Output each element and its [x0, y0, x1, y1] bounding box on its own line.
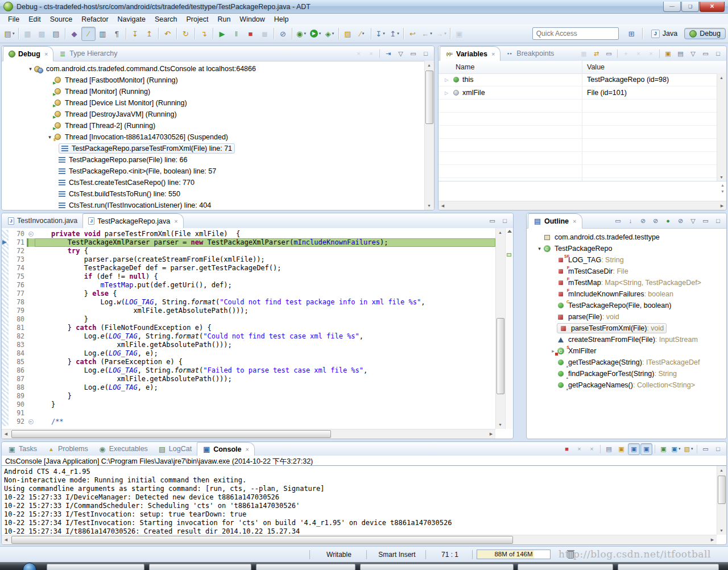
tree-expand-icon[interactable] [46, 134, 53, 140]
new-java-class-icon[interactable]: ◆ [67, 27, 81, 41]
debug-vertical-scrollbar[interactable] [424, 61, 434, 210]
code-line[interactable]: 86 Log.e(LOG_TAG, String.format("Failed … [2, 366, 495, 375]
fold-column[interactable] [27, 366, 35, 375]
open-console-icon[interactable]: ▧ [682, 443, 694, 455]
next-annotation-icon[interactable]: ↧ [128, 27, 142, 41]
code-line[interactable]: 81 } catch (FileNotFoundException e) { [2, 324, 495, 332]
hide-fields-icon[interactable]: ⊘ [637, 215, 649, 227]
tab-type-hierarchy[interactable]: Type Hierarchy [53, 46, 122, 61]
debug-as-icon[interactable]: ◉ [294, 27, 308, 41]
close-window-button[interactable] [700, 2, 725, 12]
maximize-icon[interactable]: □ [420, 48, 432, 60]
code-text[interactable]: if (def != null) { [35, 272, 495, 281]
tree-row[interactable]: Thread [DestroyJavaVM] (Running) [2, 109, 424, 120]
scroll-lock-icon[interactable]: ▣ [615, 443, 627, 455]
fold-column[interactable] [27, 264, 35, 272]
fold-column[interactable] [27, 298, 35, 307]
print-icon[interactable]: ▤ [49, 27, 63, 41]
code-editor[interactable]: 70 private void parseTestFromXml(File xm… [2, 228, 495, 429]
minimize-icon[interactable]: ▭ [700, 48, 712, 60]
detail-pane-icon[interactable]: ▣ [662, 48, 674, 60]
code-line[interactable]: 74 TestPackageDef def = parser.getTestPa… [2, 264, 495, 272]
occurrence-marker[interactable] [507, 253, 511, 257]
taskbar-button[interactable] [47, 564, 144, 570]
remove-all-launches-icon[interactable]: × [586, 443, 598, 455]
minimize-icon[interactable]: ▭ [700, 215, 712, 227]
collapse-all-icon[interactable]: ▭ [612, 215, 624, 227]
remove-launch-icon[interactable]: × [573, 443, 585, 455]
column-name[interactable]: Name [439, 61, 582, 73]
garbage-collect-icon[interactable] [568, 551, 574, 559]
code-line[interactable]: 72 try { [2, 247, 495, 255]
scroll-left-icon[interactable] [439, 201, 447, 210]
fold-icon[interactable] [28, 232, 34, 237]
clear-console-icon[interactable]: ▤ [603, 443, 615, 455]
fold-column[interactable] [27, 247, 35, 255]
tab-testpackagerepo-java[interactable]: TestPackageRepo.java [82, 213, 183, 229]
outline-row[interactable]: createStreamFromFile(File) : InputStream [527, 334, 726, 345]
tab-tasks[interactable]: Tasks [3, 442, 42, 456]
show-logical-structures-icon[interactable]: ⇄ [590, 48, 602, 60]
tree-row[interactable]: CtsTest.run(ITestInvocationListener) lin… [2, 200, 424, 210]
resume-icon[interactable]: ▶ [215, 27, 229, 41]
restore-window-button[interactable] [681, 2, 699, 12]
outline-row[interactable]: getTestPackage(String) : ITestPackageDef [527, 357, 726, 368]
annotation-ruler[interactable] [2, 307, 9, 315]
tree-row[interactable]: Thread [Invocation-t8861a147030526] (Sus… [2, 131, 424, 143]
tree-row[interactable]: TestPackageRepo.parse(File) line: 66 [2, 154, 424, 166]
tree-row[interactable]: TestPackageRepo.<init>(File, boolean) li… [2, 166, 424, 177]
annotation-ruler[interactable] [2, 383, 9, 392]
fold-column[interactable] [27, 418, 35, 426]
close-tab-icon[interactable] [44, 51, 48, 57]
annotation-ruler[interactable] [2, 392, 9, 400]
annotation-ruler[interactable] [2, 341, 9, 349]
menu-refactor[interactable]: Refactor [77, 15, 113, 23]
close-tab-icon[interactable] [245, 446, 249, 453]
code-line[interactable]: 77 } else { [2, 290, 495, 298]
maximize-icon[interactable]: □ [499, 215, 511, 227]
expand-icon[interactable] [443, 77, 450, 82]
detail-scroll-icons[interactable]: ▲▼ [721, 183, 725, 193]
console-vertical-scrollbar[interactable] [717, 466, 726, 535]
annotation-ruler[interactable] [2, 255, 9, 264]
annotation-ruler[interactable] [2, 324, 9, 332]
scroll-down-icon[interactable] [717, 173, 726, 181]
outline-row[interactable]: com.android.cts.tradefed.testtype [527, 232, 726, 243]
code-line[interactable]: 70 private void parseTestFromXml(File xm… [2, 230, 495, 238]
tab-breakpoints[interactable]: Breakpoints [500, 46, 559, 61]
show-command-line-icon[interactable]: ⇥ [382, 48, 394, 60]
code-line[interactable]: 91 [2, 409, 495, 418]
maximize-icon[interactable]: □ [712, 443, 724, 455]
code-line[interactable]: 82 Log.e(LOG_TAG, String.format("Could n… [2, 332, 495, 341]
code-text[interactable]: Log.e(LOG_TAG, e); [35, 349, 495, 358]
taskbar-button[interactable] [618, 564, 719, 570]
code-line[interactable]: 83 xmlFile.getAbsolutePath())); [2, 341, 495, 349]
annotation-ruler[interactable] [2, 281, 9, 290]
skip-breakpoints-icon[interactable]: ⊘ [276, 27, 290, 41]
column-value[interactable]: Value [582, 61, 605, 73]
taskbar-button[interactable] [256, 564, 355, 570]
console-output[interactable]: Android CTS 4.4_r1.95Non-interactive mod… [2, 466, 717, 535]
close-tab-icon[interactable] [491, 51, 495, 57]
minimize-window-button[interactable] [663, 2, 681, 12]
scroll-down-icon[interactable] [717, 526, 726, 535]
scroll-up-icon[interactable] [496, 228, 504, 237]
code-line[interactable]: 92 /** [2, 418, 495, 426]
tab-testinvocation-java[interactable]: TestInvocation.java [3, 213, 82, 228]
scroll-down-icon[interactable] [496, 420, 504, 429]
code-line[interactable]: 89 } [2, 392, 495, 400]
annotation-ruler[interactable] [2, 358, 9, 366]
tree-row[interactable]: CtsTest.buildTestsToRun() line: 550 [2, 188, 424, 200]
code-text[interactable]: try { [35, 247, 495, 255]
commit-icon[interactable]: ↥ [387, 27, 402, 41]
annotation-ruler[interactable] [2, 230, 9, 238]
fold-column[interactable] [27, 238, 35, 247]
editor-horizontal-scrollbar[interactable] [2, 429, 495, 439]
outline-row[interactable]: FmTestMap : Map<String, TestPackageDef> [527, 277, 726, 288]
outline-row[interactable]: CTestPackageRepo(File, boolean) [527, 300, 726, 311]
close-tab-icon[interactable] [573, 218, 576, 225]
code-text[interactable]: xmlFile.getAbsolutePath())); [35, 375, 495, 383]
last-edit-location-icon[interactable]: ↶ [160, 27, 175, 41]
variables-detail-pane[interactable]: ▲▼ [439, 181, 726, 201]
display-console-icon[interactable]: ▣ [670, 443, 682, 455]
